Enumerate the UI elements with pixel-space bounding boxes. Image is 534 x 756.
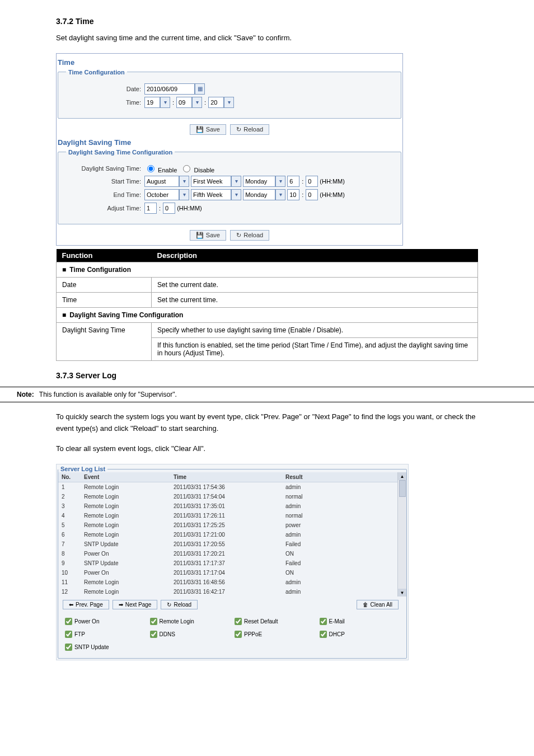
mm-dropdown-icon[interactable]: ▾ <box>192 97 202 108</box>
log-cell-result: admin <box>282 587 406 597</box>
table-row: 6Remote Login2011/03/31 17:21:00admin <box>58 530 406 539</box>
dst-enable-radio[interactable]: Enable <box>144 163 177 173</box>
time-config-legend: Time Configuration <box>66 69 127 76</box>
log-cell-time: 2011/03/31 17:17:04 <box>170 568 282 577</box>
ss-dropdown-icon[interactable]: ▾ <box>224 97 234 108</box>
log-cell-event: Remote Login <box>81 587 170 597</box>
log-cell-event: SNTP Update <box>81 558 170 568</box>
table-row: 4Remote Login2011/03/31 17:26:11normal <box>58 511 406 520</box>
time-save-button[interactable]: 💾Save <box>190 124 226 135</box>
log-cell-no: 4 <box>58 511 81 520</box>
cell-time-desc: Set the current time. <box>152 292 478 307</box>
start-hhmm: (HH:MM) <box>320 178 345 185</box>
log-cell-time: 2011/03/31 17:20:55 <box>170 539 282 549</box>
chk-ftp[interactable]: FTP <box>63 629 148 640</box>
log-cell-time: 2011/03/31 17:21:00 <box>170 530 282 539</box>
end-month-dd-icon[interactable]: ▾ <box>179 189 189 200</box>
dst-reload-button[interactable]: ↻Reload <box>230 230 269 241</box>
scroll-thumb[interactable] <box>399 480 406 497</box>
end-week-dd-icon[interactable]: ▾ <box>231 189 241 200</box>
chk-reset-default[interactable]: Reset Default <box>232 616 317 627</box>
th-description: Description <box>152 249 478 262</box>
end-hh[interactable] <box>287 189 299 200</box>
log-cell-no: 3 <box>58 501 81 511</box>
log-cell-event: Remote Login <box>81 530 170 539</box>
table-row: 1Remote Login2011/03/31 17:54:36admin <box>58 482 406 492</box>
start-mm[interactable] <box>306 176 318 187</box>
table-row: 11Remote Login2011/03/31 16:48:56admin <box>58 577 406 587</box>
next-icon: ➡ <box>119 602 123 608</box>
scroll-up-icon[interactable]: ▲ <box>398 472 406 480</box>
table-row: 12Remote Login2011/03/31 16:42:17admin <box>58 587 406 597</box>
dst-disable-radio[interactable]: Disable <box>180 163 214 173</box>
start-week[interactable] <box>191 176 231 187</box>
adj-hh[interactable] <box>144 203 157 214</box>
chk-ddns[interactable]: DDNS <box>148 629 233 640</box>
cell-dst-desc2: If this function is enabled, set the tim… <box>152 337 478 360</box>
dst-row1-label: Daylight Saving Time: <box>66 165 144 172</box>
next-page-button[interactable]: ➡Next Page <box>113 600 158 609</box>
time-reload-button[interactable]: ↻Reload <box>230 124 269 135</box>
prev-page-button[interactable]: ⬅Prev. Page <box>63 600 109 609</box>
log-scrollbar[interactable]: ▲ ▼ <box>397 472 406 597</box>
chk-sntp[interactable]: SNTP Update <box>63 642 148 652</box>
start-day-dd-icon[interactable]: ▾ <box>275 176 285 187</box>
end-hhmm: (HH:MM) <box>320 191 345 198</box>
reload-label: Reload <box>243 126 263 133</box>
clean-all-button[interactable]: 🗑Clean All <box>357 600 399 609</box>
chk-pppoe[interactable]: PPPoE <box>232 629 317 640</box>
log-cell-time: 2011/03/31 16:48:56 <box>170 577 282 587</box>
time-buttons-row: 💾Save ↻Reload <box>58 124 401 135</box>
section-time-config: ■Time Configuration <box>57 262 478 277</box>
log-cell-result: admin <box>282 577 406 587</box>
start-day[interactable] <box>243 176 275 187</box>
col-result: Result <box>282 472 406 482</box>
log-cell-time: 2011/03/31 17:26:11 <box>170 511 282 520</box>
chk-power-on[interactable]: Power On <box>63 616 148 627</box>
note-text: This function is available only for "Sup… <box>39 391 177 398</box>
calendar-icon[interactable]: ▦ <box>195 83 205 95</box>
date-input[interactable] <box>144 83 195 95</box>
dst-save-button[interactable]: 💾Save <box>190 230 226 241</box>
reload-icon-2: ↻ <box>236 232 241 239</box>
log-cell-time: 2011/03/31 17:20:21 <box>170 549 282 558</box>
end-month[interactable] <box>144 189 179 200</box>
end-week[interactable] <box>191 189 231 200</box>
end-mm[interactable] <box>306 189 318 200</box>
log-reload-button[interactable]: ↻Reload <box>161 600 198 609</box>
chk-dhcp[interactable]: DHCP <box>317 629 402 640</box>
log-cell-no: 7 <box>58 539 81 549</box>
hh-dropdown-icon[interactable]: ▾ <box>160 97 170 108</box>
colon-1: : <box>172 99 174 106</box>
end-day[interactable] <box>243 189 275 200</box>
start-week-dd-icon[interactable]: ▾ <box>231 176 241 187</box>
time-ss[interactable] <box>208 97 224 108</box>
start-month-dd-icon[interactable]: ▾ <box>179 176 189 187</box>
chk-remote-login[interactable]: Remote Login <box>148 616 233 627</box>
start-hh[interactable] <box>287 176 299 187</box>
dst-title: Daylight Saving Time <box>58 138 401 147</box>
time-mm[interactable] <box>176 97 192 108</box>
start-month[interactable] <box>144 176 179 187</box>
table-row: 9SNTP Update2011/03/31 17:17:37Failed <box>58 558 406 568</box>
start-time-label: Start Time: <box>66 178 144 185</box>
time-hh[interactable] <box>144 97 160 108</box>
table-row: 5Remote Login2011/03/31 17:25:25power <box>58 520 406 530</box>
cell-time-label: Time <box>57 292 152 307</box>
adjust-time-label: Adjust Time: <box>66 205 144 212</box>
cell-date-desc: Set the current date. <box>152 277 478 292</box>
log-cell-result: ON <box>282 549 406 558</box>
reload-icon-3: ↻ <box>167 602 171 608</box>
chk-email[interactable]: E-Mail <box>317 616 402 627</box>
dst-fieldset: Daylight Saving Time Configuration Dayli… <box>58 149 401 224</box>
cell-date-label: Date <box>57 277 152 292</box>
prev-icon: ⬅ <box>69 602 73 608</box>
log-cell-no: 5 <box>58 520 81 530</box>
end-day-dd-icon[interactable]: ▾ <box>275 189 285 200</box>
cell-dst-label: Daylight Saving Time <box>57 322 152 360</box>
adj-mm[interactable] <box>163 203 175 214</box>
function-description-table: Function Description ■Time Configuration… <box>56 249 478 361</box>
log-cell-result: ON <box>282 568 406 577</box>
scroll-down-icon[interactable]: ▼ <box>398 589 406 597</box>
serverlog-p1: To quickly search the system logs you wa… <box>56 411 478 435</box>
